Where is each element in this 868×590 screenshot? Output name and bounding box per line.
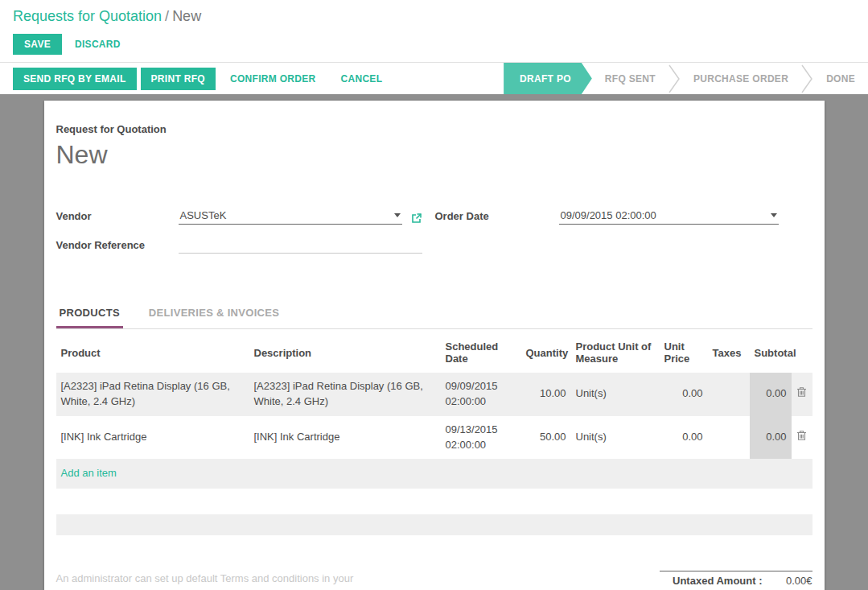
chevron-right-icon (801, 63, 813, 94)
terms-placeholder-text: An administrator can set up default Term… (56, 571, 397, 590)
breadcrumb-parent-link[interactable]: Requests for Quotation (13, 8, 162, 24)
chevron-right-icon (668, 63, 681, 94)
order-date-row: Order Date 09/09/2015 02:00:00 (435, 207, 779, 225)
chevron-down-icon[interactable] (394, 213, 401, 217)
delete-row-button[interactable] (792, 416, 812, 460)
cancel-button[interactable]: CANCEL (331, 68, 393, 90)
column-header-scheduled-date: Scheduled Date (441, 331, 521, 373)
vendor-label: Vendor (56, 210, 179, 225)
form-grid: Vendor ASUSTeK Vendor Reference (56, 207, 812, 265)
column-header-quantity: Quantity (521, 331, 571, 373)
tab-products[interactable]: PRODUCTS (56, 299, 123, 328)
add-line-row: Add an item (56, 459, 812, 489)
vendor-row: Vendor ASUSTeK (56, 207, 422, 225)
breadcrumb-current: New (172, 8, 201, 24)
order-date-input[interactable]: 09/09/2015 02:00:00 (559, 209, 779, 225)
add-an-item-link[interactable]: Add an item (56, 459, 812, 489)
chevron-down-icon[interactable] (771, 213, 777, 217)
cell-taxes[interactable] (708, 373, 750, 416)
order-lines-table: Product Description Scheduled Date Quant… (56, 331, 812, 489)
order-date-label: Order Date (435, 210, 559, 225)
cell-unit-price[interactable]: 0.00 (660, 416, 708, 460)
cell-subtotal: 0.00 (750, 373, 792, 416)
terms-and-conditions-input[interactable]: An administrator can set up default Term… (56, 571, 397, 590)
cell-subtotal: 0.00 (750, 416, 792, 460)
table-header-row: Product Description Scheduled Date Quant… (56, 331, 812, 373)
status-step-purchase-order[interactable]: PURCHASE ORDER (681, 63, 801, 94)
cell-description[interactable]: [A2323] iPad Retina Display (16 GB, Whit… (249, 373, 441, 416)
cell-description[interactable]: [INK] Ink Cartridge (249, 416, 441, 460)
column-header-uom: Product Unit of Measure (571, 331, 660, 373)
column-header-description: Description (249, 331, 441, 373)
send-rfq-by-email-button[interactable]: SEND RFQ BY EMAIL (13, 68, 137, 90)
vendor-reference-input[interactable] (179, 238, 422, 254)
top-header: Requests for Quotation/New SAVE DISCARD (0, 0, 868, 62)
cell-quantity[interactable]: 50.00 (521, 416, 571, 460)
external-link-icon[interactable] (410, 212, 422, 225)
page-title: New (56, 140, 812, 170)
form-canvas: Request for Quotation New Vendor ASUSTeK (0, 94, 868, 590)
cell-taxes[interactable] (708, 416, 750, 460)
vendor-input[interactable]: ASUSTeK (179, 209, 402, 225)
print-rfq-button[interactable]: PRINT RFQ (141, 68, 216, 90)
column-header-product: Product (56, 331, 249, 373)
sheet-subtitle: Request for Quotation (56, 123, 812, 135)
status-step-draft-po[interactable]: DRAFT PO (504, 63, 592, 94)
cell-product[interactable]: [A2323] iPad Retina Display (16 GB, Whit… (56, 373, 249, 416)
totals-panel: Untaxed Amount : 0.00€ Taxes : 0.00€ Tot… (660, 571, 812, 590)
breadcrumb: Requests for Quotation/New (0, 0, 868, 28)
cell-scheduled-date[interactable]: 09/13/2015 02:00:00 (441, 416, 521, 460)
tab-deliveries-invoices[interactable]: DELIVERIES & INVOICES (146, 299, 282, 328)
vendor-reference-label: Vendor Reference (56, 239, 179, 254)
cell-scheduled-date[interactable]: 09/09/2015 02:00:00 (441, 373, 521, 416)
table-row: [INK] Ink Cartridge [INK] Ink Cartridge … (56, 416, 812, 460)
cell-quantity[interactable]: 10.00 (521, 373, 571, 416)
column-header-taxes: Taxes (708, 331, 750, 373)
rfq-sheet: Request for Quotation New Vendor ASUSTeK (44, 101, 825, 590)
cell-uom[interactable]: Unit(s) (571, 373, 660, 416)
column-header-unit-price: Unit Price (660, 331, 708, 373)
delete-row-button[interactable] (792, 373, 812, 416)
record-action-row: SAVE DISCARD (0, 28, 868, 62)
cell-uom[interactable]: Unit(s) (571, 416, 660, 460)
untaxed-amount-value: 0.00€ (763, 575, 812, 587)
discard-button[interactable]: DISCARD (75, 39, 121, 50)
column-header-subtotal: Subtotal (750, 331, 792, 373)
vendor-reference-row: Vendor Reference (56, 236, 422, 254)
bottom-section: An administrator can set up default Term… (56, 571, 812, 590)
cell-unit-price[interactable]: 0.00 (660, 373, 708, 416)
workflow-toolbar: SEND RFQ BY EMAIL PRINT RFQ CONFIRM ORDE… (0, 62, 868, 94)
untaxed-amount-label: Untaxed Amount : (673, 575, 762, 587)
save-button[interactable]: SAVE (13, 34, 62, 55)
confirm-order-button[interactable]: CONFIRM ORDER (220, 68, 327, 90)
trash-icon (796, 388, 807, 400)
statusbar: DRAFT PO RFQ SENT PURCHASE ORDER DONE (496, 63, 868, 94)
workflow-buttons: SEND RFQ BY EMAIL PRINT RFQ CONFIRM ORDE… (0, 63, 393, 94)
status-step-done[interactable]: DONE (813, 63, 868, 94)
empty-section-band (56, 514, 812, 535)
form-column-right: Order Date 09/09/2015 02:00:00 (435, 207, 779, 265)
form-column-left: Vendor ASUSTeK Vendor Reference (56, 207, 422, 265)
breadcrumb-separator: / (162, 8, 172, 24)
trash-icon (796, 431, 807, 444)
untaxed-amount-row: Untaxed Amount : 0.00€ (660, 571, 812, 590)
vendor-value[interactable]: ASUSTeK (180, 209, 389, 221)
table-row: [A2323] iPad Retina Display (16 GB, Whit… (56, 373, 812, 416)
notebook-tabs: PRODUCTS DELIVERIES & INVOICES (56, 299, 812, 329)
order-date-value[interactable]: 09/09/2015 02:00:00 (561, 209, 766, 221)
status-step-rfq-sent[interactable]: RFQ SENT (592, 63, 668, 94)
cell-product[interactable]: [INK] Ink Cartridge (56, 416, 249, 460)
